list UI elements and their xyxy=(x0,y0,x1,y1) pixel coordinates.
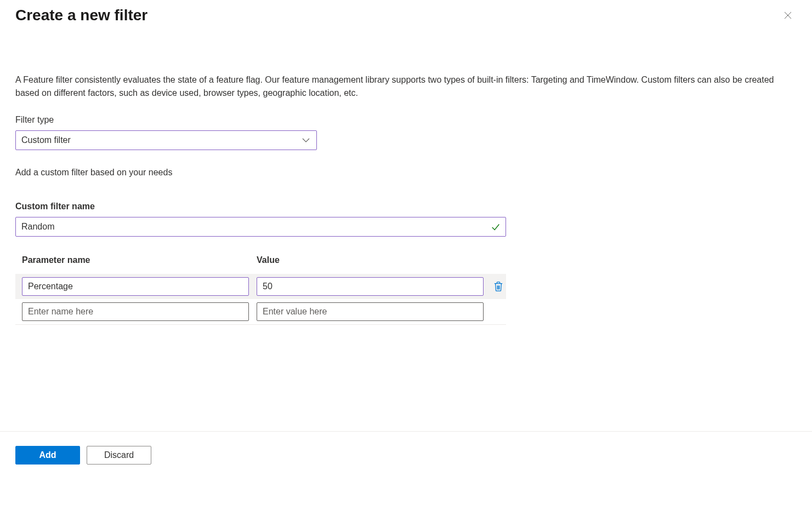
table-row xyxy=(15,299,506,324)
parameter-name-header: Parameter name xyxy=(22,255,257,265)
description-text: A Feature filter consistently evaluates … xyxy=(15,73,797,100)
footer-actions: Add Discard xyxy=(0,431,812,479)
check-icon xyxy=(491,222,501,232)
delete-row-button[interactable] xyxy=(491,279,506,294)
parameter-name-input-empty[interactable] xyxy=(22,302,249,321)
page-title: Create a new filter xyxy=(15,7,147,24)
custom-filter-name-input[interactable] xyxy=(15,217,506,237)
parameter-value-input[interactable] xyxy=(257,277,484,296)
close-icon xyxy=(783,10,793,20)
parameter-name-input[interactable] xyxy=(22,277,249,296)
custom-filter-name-label: Custom filter name xyxy=(15,202,797,211)
parameter-value-header: Value xyxy=(257,255,499,265)
parameters-table: Parameter name Value xyxy=(15,252,506,325)
discard-button[interactable]: Discard xyxy=(87,446,151,465)
filter-type-label: Filter type xyxy=(15,115,797,125)
parameter-value-input-empty[interactable] xyxy=(257,302,484,321)
add-button[interactable]: Add xyxy=(15,446,80,465)
trash-icon xyxy=(493,281,503,292)
helper-text: Add a custom filter based on your needs xyxy=(15,168,797,177)
filter-type-select[interactable] xyxy=(15,130,317,150)
close-button[interactable] xyxy=(779,7,797,24)
table-row xyxy=(15,274,506,299)
